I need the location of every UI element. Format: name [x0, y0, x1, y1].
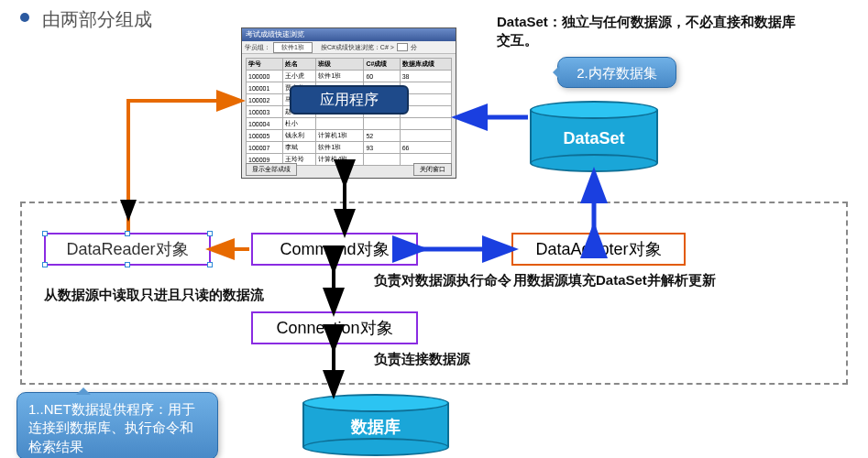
datareader-box: DataReader对象 [44, 233, 211, 266]
dataset-cylinder: DataSet [530, 101, 658, 172]
table-row: 100007李斌软件1班9366 [247, 142, 452, 154]
table-header: 学号 [247, 59, 283, 71]
database-cylinder: 数据库 [302, 394, 449, 456]
app-badge: 应用程序 [290, 85, 409, 114]
reader-note: 从数据源中读取只进且只读的数据流 [44, 286, 264, 304]
connection-label: Connection对象 [276, 317, 392, 339]
dataadapter-label: DataAdapter对象 [535, 238, 661, 260]
dataadapter-box: DataAdapter对象 [511, 233, 686, 266]
command-label: Command对象 [280, 238, 389, 260]
app-window: 考试成绩快速浏览 学员组： 软件1班 按C#成绩快速浏览：C# > 分 学号姓名… [241, 27, 456, 179]
table-row: 100000王小虎软件1班6038 [247, 71, 452, 82]
toolbar-select-class[interactable]: 软件1班 [273, 42, 313, 53]
table-row: 100004杜小 [247, 118, 452, 130]
dataset-label: DataSet [530, 129, 658, 148]
toolbar-unit: 分 [411, 43, 417, 52]
adapter-note: 用数据源填充DataSet并解析更新 [513, 271, 716, 289]
table-header: C#成绩 [364, 59, 400, 71]
dataset-description: DataSet：独立与任何数据源，不必直接和数据库交互。 [497, 13, 808, 49]
toolbar-label-right: 按C#成绩快速浏览：C# > [321, 43, 394, 52]
command-box: Command对象 [251, 233, 418, 266]
app-titlebar: 考试成绩快速浏览 [242, 28, 456, 41]
bullet-icon [20, 13, 29, 22]
connection-box: Connection对象 [251, 311, 418, 344]
page-title: 由两部分组成 [42, 7, 152, 32]
callout-memory-dataset: 2.内存数据集 [557, 57, 676, 88]
table-header: 班级 [316, 59, 364, 71]
app-toolbar: 学员组： 软件1班 按C#成绩快速浏览：C# > 分 [242, 41, 456, 54]
table-header: 姓名 [282, 59, 316, 71]
close-button[interactable]: 关闭窗口 [413, 163, 452, 176]
callout-net-provider: 1..NET数据提供程序：用于连接到数据库、执行命令和检索结果 [16, 392, 218, 458]
connection-note: 负责连接数据源 [374, 350, 470, 368]
show-all-button[interactable]: 显示全部成绩 [246, 163, 297, 176]
database-label: 数据库 [302, 416, 449, 438]
toolbar-label-left: 学员组： [245, 43, 270, 52]
table-header: 数据库成绩 [400, 59, 451, 71]
command-note: 负责对数据源执行命令 [374, 271, 511, 289]
table-row: 100005钱永利计算机1班52 [247, 130, 452, 142]
datareader-label: DataReader对象 [66, 238, 188, 260]
toolbar-input-score[interactable] [397, 43, 408, 51]
